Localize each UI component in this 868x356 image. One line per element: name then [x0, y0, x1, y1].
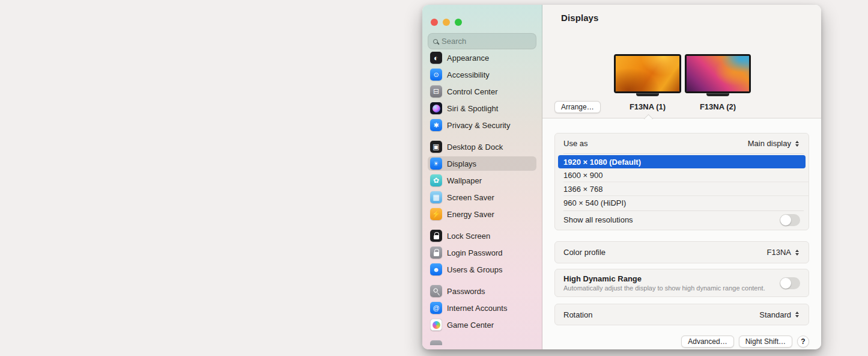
night-shift-button[interactable]: Night Shift… [739, 336, 792, 348]
sidebar-item-label: Passwords [447, 287, 485, 296]
sidebar-item-accessibility[interactable]: ⊙ Accessibility [428, 67, 536, 82]
screen-saver-icon: ▦ [430, 191, 442, 203]
search-input[interactable]: Search [428, 33, 536, 49]
zoom-button[interactable] [455, 19, 462, 26]
sidebar-item-game-center[interactable]: Game Center [428, 318, 536, 332]
resolution-option[interactable]: 1366 × 768 [555, 182, 809, 195]
display-settings-content: Use as Main display 1920 × 1080 (Default… [542, 118, 821, 349]
game-center-icon [430, 319, 442, 331]
sidebar-item-label: Energy Saver [447, 210, 494, 219]
energy-saver-icon: ⚡ [430, 208, 442, 220]
sidebar-item-label: Users & Groups [447, 265, 502, 274]
chevron-updown-icon [794, 140, 800, 148]
desktop-dock-icon: ▣ [430, 141, 442, 153]
sidebar-item-label: Login Password [447, 248, 503, 257]
displays-pane: Displays F13NA (1) F13NA (2) Arrange… Us… [542, 5, 821, 349]
sidebar-item-passwords[interactable]: Passwords [428, 284, 536, 298]
show-all-resolutions-row: Show all resolutions [555, 211, 809, 230]
resolution-option-selected[interactable]: 1920 × 1080 (Default) [558, 155, 806, 168]
appearance-icon: ◐ [430, 52, 442, 64]
minimize-button[interactable] [443, 19, 450, 26]
hdr-toggle[interactable] [780, 277, 800, 289]
close-button[interactable] [431, 19, 438, 26]
sidebar-item-energy-saver[interactable]: ⚡ Energy Saver [428, 207, 536, 221]
resolution-card: Use as Main display 1920 × 1080 (Default… [554, 133, 809, 230]
clipped-icon [430, 340, 442, 345]
sidebar-item-screen-saver[interactable]: ▦ Screen Saver [428, 190, 536, 204]
displays-icon: ☀ [430, 158, 442, 170]
sidebar-item-wallpaper[interactable]: ✿ Wallpaper [428, 173, 536, 188]
sidebar-item-label: Control Center [447, 87, 498, 96]
display-2-screen [685, 54, 751, 93]
search-icon [433, 39, 438, 44]
color-profile-value: F13NA [767, 248, 791, 257]
login-password-icon [430, 247, 442, 259]
rotation-card: Rotation Standard [554, 304, 809, 325]
sidebar-item-internet-accounts[interactable]: @ Internet Accounts [428, 301, 536, 315]
advanced-button[interactable]: Advanced… [681, 336, 733, 348]
internet-accounts-icon: @ [430, 302, 442, 314]
rotation-label: Rotation [563, 310, 592, 319]
wallpaper-icon: ✿ [430, 174, 442, 186]
sidebar-item-appearance[interactable]: ◐ Appearance [428, 51, 536, 65]
use-as-label: Use as [563, 139, 587, 148]
system-settings-window: Search ◐ Appearance ⊙ Accessibility ⊟ Co… [422, 5, 821, 349]
sidebar-item-control-center[interactable]: ⊟ Control Center [428, 84, 536, 99]
sidebar-item-label: Privacy & Security [447, 121, 510, 130]
chevron-updown-icon [794, 248, 800, 257]
hdr-description: Automatically adjust the display to show… [563, 284, 765, 292]
resolution-list: 1920 × 1080 (Default) 1600 × 900 1366 × … [555, 154, 809, 210]
sidebar-item-desktop-dock[interactable]: ▣ Desktop & Dock [428, 140, 536, 154]
sidebar-item-partial[interactable] [428, 339, 536, 345]
arrange-button[interactable]: Arrange… [554, 101, 601, 113]
control-center-icon: ⊟ [430, 85, 442, 97]
display-2-stand [706, 93, 729, 96]
use-as-value: Main display [748, 139, 791, 148]
page-title: Displays [561, 13, 599, 23]
sidebar-item-login-password[interactable]: Login Password [428, 245, 536, 260]
display-2-label: F13NA (2) [682, 102, 754, 111]
resolution-option[interactable]: 960 × 540 (HiDPI) [555, 196, 809, 209]
users-groups-icon: ☻ [430, 263, 442, 275]
rotation-row: Rotation Standard [555, 304, 809, 325]
display-1-screen [614, 54, 681, 93]
display-1-stand [636, 93, 659, 96]
color-profile-row: Color profile F13NA [555, 242, 809, 263]
passwords-icon [430, 285, 442, 297]
show-all-resolutions-toggle[interactable] [780, 214, 800, 226]
sidebar-item-siri-spotlight[interactable]: Siri & Spotlight [428, 101, 536, 115]
sidebar-item-lock-screen[interactable]: Lock Screen [428, 229, 536, 243]
display-thumbnail-1[interactable] [614, 54, 681, 96]
siri-icon [430, 102, 442, 114]
display-1-label: F13NA (1) [612, 102, 684, 111]
resolution-option[interactable]: 1600 × 900 [555, 168, 809, 182]
lock-screen-icon [430, 230, 442, 242]
sidebar-item-privacy-security[interactable]: ✱ Privacy & Security [428, 118, 536, 132]
hdr-label: High Dynamic Range [563, 274, 765, 283]
sidebar-item-label: Displays [447, 159, 476, 168]
help-button[interactable]: ? [797, 336, 809, 348]
sidebar-item-label: Desktop & Dock [447, 143, 503, 152]
color-profile-popup[interactable]: F13NA [767, 248, 800, 257]
hdr-card: High Dynamic Range Automatically adjust … [554, 269, 809, 297]
settings-sidebar: Search ◐ Appearance ⊙ Accessibility ⊟ Co… [422, 5, 542, 349]
displays-header: Displays F13NA (1) F13NA (2) Arrange… [542, 5, 821, 118]
show-all-resolutions-label: Show all resolutions [563, 215, 633, 224]
display-thumbnail-2[interactable] [685, 54, 751, 96]
hdr-text: High Dynamic Range Automatically adjust … [563, 274, 765, 292]
sidebar-item-users-groups[interactable]: ☻ Users & Groups [428, 262, 536, 277]
chevron-updown-icon [794, 310, 800, 319]
sidebar-item-label: Wallpaper [447, 176, 482, 185]
sidebar-item-label: Game Center [447, 321, 494, 330]
color-profile-card: Color profile F13NA [554, 241, 809, 263]
use-as-popup[interactable]: Main display [748, 139, 800, 148]
sidebar-nav: ◐ Appearance ⊙ Accessibility ⊟ Control C… [428, 51, 536, 345]
sidebar-item-displays[interactable]: ☀ Displays [428, 156, 536, 171]
use-as-row: Use as Main display [555, 134, 809, 153]
rotation-popup[interactable]: Standard [759, 310, 800, 319]
privacy-security-icon: ✱ [430, 119, 442, 131]
sidebar-item-label: Accessibility [447, 70, 490, 79]
accessibility-icon: ⊙ [430, 69, 442, 81]
sidebar-item-label: Appearance [447, 54, 489, 63]
sidebar-item-label: Siri & Spotlight [447, 104, 498, 113]
